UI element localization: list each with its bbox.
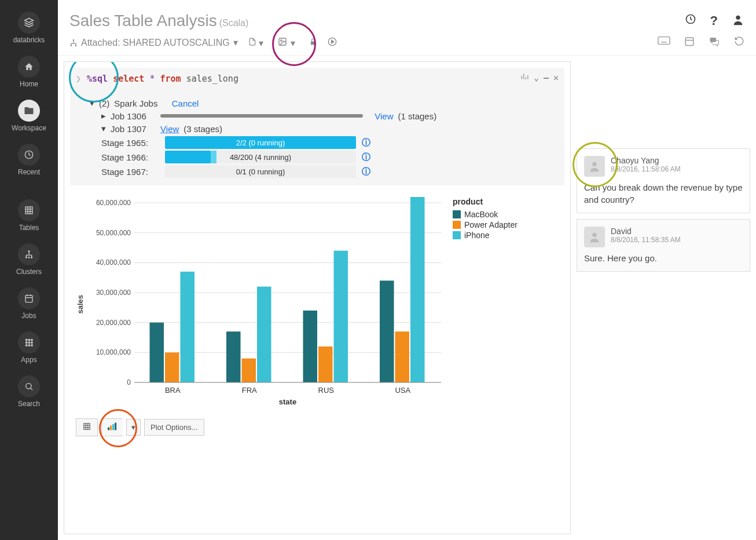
legend-item: MacBook bbox=[453, 210, 518, 219]
svg-text:60,000,000: 60,000,000 bbox=[96, 199, 131, 207]
file-menu-button[interactable]: ▾ bbox=[248, 37, 263, 49]
header: Sales Table Analysis (Scala) ? bbox=[58, 0, 756, 36]
stage-progress: 2/2 (0 running) bbox=[165, 136, 356, 149]
svg-rect-70 bbox=[303, 311, 318, 382]
minimize-icon[interactable]: — bbox=[544, 72, 549, 83]
sidebar-item-search[interactable]: Search bbox=[18, 375, 40, 408]
close-icon[interactable]: ✕ bbox=[553, 72, 559, 83]
table-view-button[interactable] bbox=[76, 418, 98, 436]
chart-legend: product MacBookPower AdapteriPhone bbox=[453, 197, 518, 411]
svg-rect-19 bbox=[28, 342, 30, 344]
svg-text:50,000,000: 50,000,000 bbox=[96, 229, 131, 237]
svg-line-25 bbox=[31, 388, 32, 390]
sidebar-logo[interactable]: databricks bbox=[13, 12, 45, 44]
svg-rect-16 bbox=[28, 339, 30, 341]
info-icon[interactable]: ⓘ bbox=[362, 166, 370, 177]
user-icon[interactable] bbox=[732, 13, 744, 29]
keyboard-icon[interactable] bbox=[658, 36, 670, 49]
svg-rect-86 bbox=[110, 425, 112, 430]
chart-view-button[interactable] bbox=[101, 418, 123, 436]
svg-rect-20 bbox=[31, 342, 32, 344]
svg-text:USA: USA bbox=[395, 386, 410, 395]
clock-icon bbox=[18, 144, 40, 166]
svg-rect-66 bbox=[226, 331, 241, 382]
svg-text:BRA: BRA bbox=[165, 386, 181, 395]
job-view-link[interactable]: View bbox=[375, 111, 393, 121]
attached-cluster[interactable]: Attached: SHARED AUTOSCALING ▾ bbox=[69, 37, 238, 48]
history-icon[interactable] bbox=[685, 13, 696, 29]
svg-rect-22 bbox=[28, 344, 30, 346]
cancel-link[interactable]: Cancel bbox=[172, 98, 199, 108]
caret-right-icon[interactable]: ▸ bbox=[101, 111, 106, 121]
lock-icon[interactable] bbox=[309, 37, 317, 49]
svg-rect-68 bbox=[257, 287, 271, 382]
svg-text:0: 0 bbox=[127, 378, 131, 386]
image-menu-button[interactable]: ▾ bbox=[274, 37, 298, 49]
svg-rect-72 bbox=[334, 251, 348, 382]
schedule-icon[interactable] bbox=[684, 36, 695, 49]
help-icon[interactable]: ? bbox=[710, 13, 718, 29]
svg-rect-30 bbox=[75, 45, 76, 46]
info-icon[interactable]: ⓘ bbox=[362, 152, 370, 163]
svg-text:RUS: RUS bbox=[318, 386, 335, 395]
comments-panel: Chaoyu Yang 8/8/2016, 11:58:06 AM Can yo… bbox=[577, 148, 750, 534]
svg-rect-75 bbox=[395, 331, 410, 382]
plot-options-button[interactable]: Plot Options... bbox=[144, 419, 204, 436]
sidebar-item-clusters[interactable]: Clusters bbox=[16, 243, 42, 276]
svg-rect-29 bbox=[71, 45, 72, 46]
sidebar-item-jobs[interactable]: Jobs bbox=[18, 287, 40, 320]
chart-mini-icon[interactable] bbox=[520, 72, 529, 83]
comment-time: 8/8/2016, 11:58:06 AM bbox=[584, 165, 743, 173]
svg-rect-2 bbox=[25, 207, 32, 214]
info-icon[interactable]: ⓘ bbox=[362, 137, 370, 148]
svg-rect-80 bbox=[84, 424, 90, 430]
search-icon bbox=[18, 375, 40, 397]
svg-rect-63 bbox=[165, 352, 179, 382]
brand-label: databricks bbox=[13, 36, 45, 44]
chevron-down-icon[interactable]: ⌄ bbox=[534, 72, 539, 83]
run-all-button[interactable] bbox=[328, 37, 337, 49]
svg-point-27 bbox=[736, 15, 740, 19]
table-icon bbox=[18, 199, 40, 221]
stage-progress: 0/1 (0 running) bbox=[165, 165, 356, 178]
svg-point-32 bbox=[281, 39, 282, 41]
svg-rect-18 bbox=[25, 342, 27, 344]
svg-text:40,000,000: 40,000,000 bbox=[96, 258, 131, 267]
layers-icon bbox=[18, 12, 40, 34]
home-icon bbox=[18, 56, 40, 78]
sidebar-item-recent[interactable]: Recent bbox=[18, 144, 40, 176]
svg-rect-88 bbox=[115, 423, 116, 430]
stage-progress: 48/200 (4 running) bbox=[165, 151, 356, 163]
svg-rect-15 bbox=[25, 339, 27, 341]
caret-down-icon[interactable]: ▾ bbox=[101, 123, 106, 134]
comment-body: Can you break down the revenue by type a… bbox=[584, 177, 743, 206]
job-view-link[interactable]: View bbox=[160, 124, 179, 134]
sidebar-item-home[interactable]: Home bbox=[18, 56, 40, 88]
chevron-right-icon: ❯ bbox=[76, 74, 81, 84]
legend-item: iPhone bbox=[453, 231, 518, 240]
svg-point-90 bbox=[592, 233, 596, 237]
svg-rect-71 bbox=[318, 346, 333, 382]
svg-marker-0 bbox=[24, 19, 33, 23]
comment-author: David bbox=[584, 227, 743, 236]
svg-rect-8 bbox=[25, 257, 27, 258]
svg-rect-33 bbox=[311, 41, 315, 45]
svg-rect-10 bbox=[31, 257, 32, 258]
cell-code[interactable]: ❯ %sql select * from sales_long ⌄ — ✕ bbox=[70, 68, 564, 90]
grid-icon bbox=[18, 331, 40, 353]
comment-card[interactable]: Chaoyu Yang 8/8/2016, 11:58:06 AM Can yo… bbox=[577, 148, 750, 213]
comments-icon[interactable] bbox=[709, 36, 720, 49]
svg-text:20,000,000: 20,000,000 bbox=[96, 319, 131, 327]
caret-down-icon[interactable]: ▾ bbox=[90, 98, 94, 108]
avatar-icon bbox=[584, 227, 605, 247]
comment-card[interactable]: David 8/8/2016, 11:58:35 AM Sure. Here y… bbox=[577, 219, 750, 272]
revision-history-icon[interactable] bbox=[734, 36, 744, 49]
svg-marker-35 bbox=[331, 40, 333, 43]
chart-dropdown-button[interactable]: ▾ bbox=[126, 419, 141, 436]
svg-text:state: state bbox=[279, 397, 296, 406]
comment-time: 8/8/2016, 11:58:35 AM bbox=[584, 236, 743, 244]
job-progress-bar bbox=[160, 114, 363, 118]
sidebar-item-apps[interactable]: Apps bbox=[18, 331, 40, 364]
sidebar-item-tables[interactable]: Tables bbox=[18, 199, 40, 232]
sidebar-item-workspace[interactable]: Workspace bbox=[12, 100, 46, 132]
